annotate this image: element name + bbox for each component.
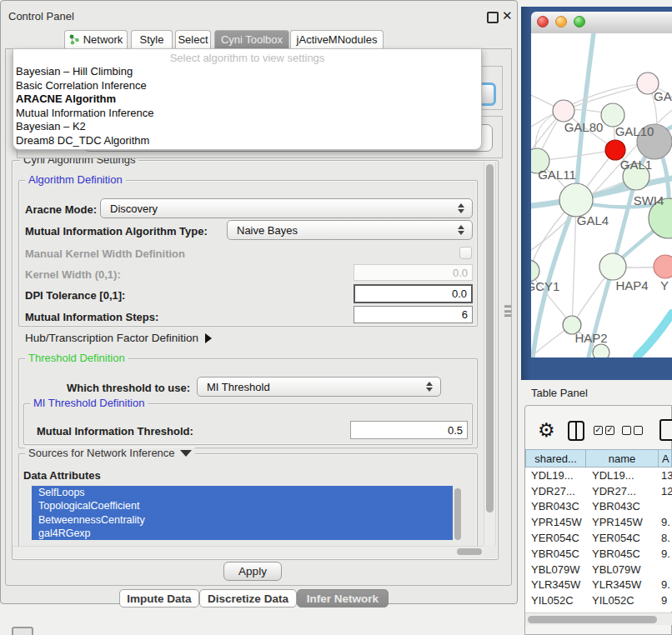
tab-network[interactable]: Network — [64, 30, 128, 48]
zoom-window-icon[interactable] — [574, 16, 585, 28]
table-cell: YBR043C — [525, 500, 586, 512]
network-edge[interactable] — [572, 200, 576, 325]
table-row[interactable]: YLR345WYLR345W9. — [525, 578, 672, 593]
table-panel-title: Table Panel — [531, 387, 588, 399]
table-horizontal-scrollbar-thumb[interactable] — [528, 616, 657, 623]
tab-discretize-data[interactable]: Discretize Data — [199, 589, 297, 608]
attributes-scrollbar-thumb[interactable] — [454, 488, 461, 540]
table-row[interactable]: YIL052CYIL052C9 — [525, 592, 672, 608]
tab-style[interactable]: Style — [131, 30, 173, 48]
table-cell: YDR27... — [586, 485, 659, 498]
algorithm-option[interactable]: ARACNE Algorithm — [13, 92, 481, 107]
dpi-tolerance-label: DPI Tolerance [0,1]: — [25, 289, 125, 302]
dpi-tolerance-field[interactable]: 0.0 — [354, 284, 473, 303]
column-header-name[interactable]: name — [585, 449, 659, 468]
which-threshold-label: Which threshold to use: — [50, 382, 190, 394]
tab-cyni-toolbox[interactable]: Cyni Toolbox — [214, 30, 289, 48]
table-row[interactable]: YBR043CYBR043C — [525, 499, 672, 515]
attribute-list-item[interactable]: BetweennessCentrality — [32, 513, 453, 527]
table-horizontal-scrollbar[interactable] — [525, 612, 672, 625]
unchecked-checkbox-icon[interactable] — [622, 426, 631, 435]
kernel-width-field[interactable]: 0.0 — [354, 264, 473, 281]
algorithm-option[interactable]: Basic Correlation Inference — [13, 79, 481, 93]
table-row[interactable]: YPR145WYPR145W9. — [525, 514, 672, 530]
unchecked-checkbox-icon[interactable] — [634, 426, 643, 435]
tab-jactivemnodules[interactable]: jActiveMNodules — [290, 30, 384, 48]
gear-icon[interactable]: ⚙ — [538, 419, 555, 441]
data-attributes-list: SelfLoopsTopologicalCoefficientBetweenne… — [32, 486, 453, 540]
table-cell: YBL079W — [525, 563, 586, 576]
attribute-list-item[interactable]: TopologicalCoefficient — [32, 499, 453, 512]
table-row[interactable]: YDR27...YDR27...12 — [525, 483, 672, 499]
table-cell: 9. — [659, 516, 672, 528]
algorithm-option[interactable]: Mutual Information Inference — [13, 107, 481, 121]
table-cell: 12 — [659, 485, 672, 498]
settings-vertical-scrollbar-thumb[interactable] — [486, 164, 494, 512]
network-canvas[interactable]: GALGAL80GAL10GAL1GAL11SWI4GAL4GCY1HAP4YH… — [531, 33, 672, 358]
close-window-icon[interactable] — [537, 16, 549, 28]
node-table[interactable]: YDL19...YDL19...13YDR27...YDR27...12YBR0… — [525, 468, 672, 612]
network-window-titlebar[interactable] — [531, 12, 672, 34]
tab-select[interactable]: Select — [175, 30, 211, 48]
float-panel-icon[interactable] — [487, 12, 499, 23]
table-row[interactable]: YBL079WYBL079W — [525, 562, 672, 578]
network-node[interactable] — [593, 344, 609, 358]
network-node[interactable] — [654, 255, 672, 278]
network-node[interactable] — [553, 100, 574, 122]
table-row[interactable]: YDL19...YDL19...13 — [525, 468, 672, 483]
collapsed-panel-button[interactable] — [12, 627, 33, 635]
table-row[interactable]: YER054CYER054C8. — [525, 530, 672, 546]
aracne-mode-label: Aracne Mode: — [25, 203, 97, 216]
settings-vertical-scrollbar[interactable] — [484, 162, 496, 545]
settings-horizontal-scrollbar[interactable] — [13, 546, 484, 557]
table-cell: YDR27... — [525, 485, 586, 498]
table-cell: 9 — [659, 594, 672, 607]
network-node[interactable] — [559, 183, 593, 217]
table-cell: YPR145W — [525, 516, 586, 528]
table-row[interactable]: YBR045CYBR045C9. — [525, 546, 672, 562]
column-header-partial[interactable]: A — [658, 449, 672, 468]
algorithm-option[interactable]: Bayesian – Hill Climbing — [13, 65, 481, 79]
table-cell: YDL19... — [586, 469, 659, 482]
combo-spinner-icon — [457, 202, 465, 214]
network-node-label: GAL11 — [538, 168, 576, 182]
attribute-list-item[interactable]: SelfLoops — [32, 486, 453, 499]
network-node-label: GAL4 — [577, 213, 609, 228]
network-edge[interactable] — [637, 313, 672, 357]
hub-definition-toggle[interactable]: Hub/Transcription Factor Definition — [25, 332, 212, 344]
minimize-window-icon[interactable] — [555, 16, 567, 28]
network-node-label: GCY1 — [531, 279, 559, 293]
close-panel-icon[interactable]: ✕ — [502, 8, 513, 23]
table-cell: 9. — [659, 548, 672, 560]
mi-type-select[interactable]: Naive Bayes — [227, 220, 473, 240]
table-cell: YER054C — [525, 532, 586, 544]
checked-checkbox-icon[interactable]: ✓ — [594, 426, 603, 435]
mi-type-label: Mutual Information Algorithm Type: — [25, 225, 208, 238]
algorithm-option[interactable]: Dream8 DC_TDC Algorithm — [13, 134, 481, 148]
table-mode-icon[interactable] — [659, 419, 672, 441]
data-attributes-label: Data Attributes — [23, 469, 101, 482]
mi-threshold-field[interactable]: 0.5 — [350, 421, 468, 439]
column-header-shared-name[interactable]: shared... — [525, 449, 586, 468]
attribute-list-item[interactable]: gal4RGexp — [32, 527, 453, 540]
algorithm-option[interactable]: Bayesian – K2 — [13, 120, 481, 134]
panel-divider-grip[interactable] — [504, 305, 511, 317]
mi-threshold-group-title: MI Threshold Definition — [30, 398, 148, 409]
manual-kernel-checkbox[interactable] — [459, 247, 472, 259]
which-threshold-select[interactable]: MI Threshold — [197, 377, 441, 397]
checked-checkbox-icon[interactable]: ✓ — [605, 426, 614, 435]
apply-button[interactable]: Apply — [223, 562, 282, 581]
settings-horizontal-scrollbar-thumb[interactable] — [457, 548, 482, 555]
combo-spinner-icon — [425, 381, 434, 392]
network-node[interactable] — [601, 103, 624, 127]
expanded-arrow-icon — [180, 450, 192, 457]
split-table-icon[interactable] — [568, 421, 584, 441]
tab-impute-data[interactable]: Impute Data — [119, 589, 199, 608]
tab-infer-network[interactable]: Infer Network — [297, 589, 389, 608]
sources-group-title[interactable]: Sources for Network Inference — [25, 448, 195, 459]
mi-threshold-label: Mutual Information Threshold: — [37, 425, 193, 438]
mi-steps-field[interactable]: 6 — [354, 306, 473, 323]
aracne-mode-select[interactable]: Discovery — [100, 198, 473, 218]
network-node[interactable] — [599, 253, 626, 280]
table-cell: YPR145W — [586, 516, 659, 528]
